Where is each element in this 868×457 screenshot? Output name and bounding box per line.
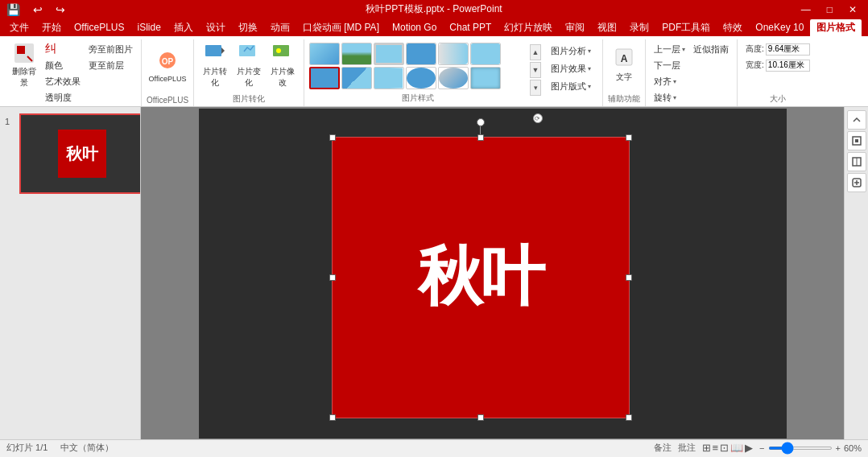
menu-insert[interactable]: 插入 (167, 19, 200, 36)
menu-animation[interactable]: 动画 (264, 19, 296, 36)
slide-thumb-text: 秋叶 (66, 143, 98, 165)
img-convert-btn2[interactable]: 片片变化 (233, 41, 265, 89)
menu-chat-ppt[interactable]: Chat PPT (443, 20, 498, 35)
zoom-slider[interactable] (768, 447, 833, 450)
slide-sorter-btn[interactable]: ⊡ (720, 442, 729, 454)
menu-officeplus[interactable]: OfficePLUS (68, 20, 130, 35)
menu-onekey[interactable]: OneKey 10 (749, 20, 810, 35)
align-btn[interactable]: 对齐 ▾ (651, 73, 688, 89)
app-title: 秋叶PPT模板.pptx - PowerPoint (366, 2, 502, 16)
bring-forward-btn[interactable]: 上一层 ▾ (651, 41, 688, 57)
color-btn[interactable]: 颜色 (42, 57, 84, 73)
officeplus-icon: OP (155, 47, 180, 73)
img-style-1[interactable] (309, 43, 340, 65)
outline-view-btn[interactable]: ≡ (713, 442, 719, 454)
menu-picture-format[interactable]: 图片格式 (810, 19, 862, 36)
zoom-in-btn[interactable]: + (836, 443, 841, 453)
handle-br[interactable] (626, 414, 632, 421)
slide-thumbnail[interactable]: 秋叶 (19, 113, 141, 194)
status-bar: 幻灯片 1/1 中文（简体） 备注 批注 ⊞ ≡ ⊡ 📖 ▶ − + 60% (0, 439, 868, 455)
img-style-9[interactable] (374, 67, 404, 89)
present-btn[interactable]: ▶ (745, 442, 753, 454)
img-convert-btn1[interactable]: 片片转化 (199, 41, 231, 89)
normal-view-btn[interactable]: ⊞ (702, 442, 711, 454)
img-style-6[interactable] (470, 43, 501, 65)
handle-mr[interactable] (626, 274, 632, 281)
menu-design[interactable]: 设计 (200, 19, 232, 36)
officeplus-btn[interactable]: OP OfficePLUS (151, 41, 184, 89)
notes-btn[interactable]: 备注 (654, 442, 672, 454)
handle-bl[interactable] (329, 414, 336, 421)
zoom-out-btn[interactable]: − (759, 443, 764, 453)
maximize-btn[interactable]: □ (822, 4, 837, 15)
view-buttons: ⊞ ≡ ⊡ 📖 ▶ (702, 442, 754, 454)
scroll-down-btn[interactable]: ▼ (530, 62, 541, 78)
right-btn-2[interactable] (847, 131, 866, 150)
width-input[interactable] (766, 60, 810, 72)
convert-content: 片片转化 片片变化 片片像改 (199, 41, 299, 92)
img-effect-btn[interactable]: 图片效果 ▾ (548, 60, 594, 76)
selected-image[interactable]: 秋叶 (332, 137, 630, 418)
handle-tc[interactable] (477, 134, 484, 141)
right-btn-2-icon (851, 135, 862, 146)
assist-content: A 文字 (610, 41, 639, 92)
send-back-btn[interactable]: 更至前层 (85, 57, 136, 73)
save-icon[interactable]: 💾 (6, 3, 20, 16)
handle-tr[interactable] (626, 134, 632, 141)
menu-review[interactable]: 审阅 (559, 19, 591, 36)
handle-ml[interactable] (329, 274, 336, 281)
redo-icon[interactable]: ↪ (56, 3, 65, 16)
menu-slideshow[interactable]: 幻灯片放映 (498, 19, 559, 36)
canvas-area[interactable]: ⟳ 秋叶 (141, 107, 844, 439)
assist-text-btn[interactable]: A 文字 (610, 41, 639, 89)
img-style-10[interactable] (406, 67, 436, 89)
right-btn-3[interactable] (847, 152, 866, 171)
bring-to-front-btn[interactable]: 旁至前图片 (85, 41, 136, 57)
reading-view-btn[interactable]: 📖 (730, 442, 743, 454)
title-bar: 💾 ↩ ↪ 秋叶PPT模板.pptx - PowerPoint — □ ✕ (0, 0, 868, 19)
scroll-up-btn[interactable]: ▲ (530, 44, 541, 60)
img-analysis-btn[interactable]: 图片分析 ▾ (548, 43, 594, 59)
close-btn[interactable]: ✕ (844, 4, 862, 15)
img-convert-icon3 (270, 42, 296, 64)
img-style-4[interactable] (406, 43, 436, 65)
rotate-btn[interactable]: 旋转 ▾ (651, 89, 688, 105)
right-btn-1[interactable] (847, 110, 866, 130)
menu-view[interactable]: 视图 (591, 19, 623, 36)
right-btn-4[interactable] (847, 173, 866, 192)
menu-motion-go[interactable]: Motion Go (386, 20, 443, 35)
img-style-5[interactable] (438, 43, 469, 65)
menu-record[interactable]: 录制 (623, 19, 655, 36)
img-style-2[interactable] (341, 43, 372, 65)
transparency-btn[interactable]: 透明度 (42, 89, 84, 105)
img-convert-btn3[interactable]: 片片像改 (267, 41, 299, 89)
handle-bc[interactable] (477, 414, 484, 421)
rotate-handle[interactable] (477, 118, 485, 126)
img-style-8[interactable] (341, 67, 372, 89)
send-backward-btn[interactable]: 下一层 (651, 57, 688, 73)
img-style-11[interactable] (438, 67, 469, 89)
minimize-btn[interactable]: — (796, 4, 816, 15)
remove-background-btn[interactable]: 删除背景 (8, 41, 40, 89)
menu-pocket-animation[interactable]: 口袋动画 [MD PA] (296, 19, 386, 36)
near-guide-btn[interactable]: 近似指南 (690, 41, 732, 57)
img-style-3[interactable] (374, 43, 404, 65)
menu-effects[interactable]: 特效 (717, 19, 749, 36)
comments-btn[interactable]: 批注 (678, 442, 696, 454)
art-effect-btn[interactable]: 艺术效果 (42, 73, 84, 89)
menu-islide[interactable]: iSlide (130, 20, 167, 35)
menu-transition[interactable]: 切换 (232, 19, 264, 36)
undo-icon[interactable]: ↩ (33, 3, 43, 16)
scroll-expand-btn[interactable]: ▾ (530, 80, 541, 96)
img-style-7[interactable] (309, 67, 340, 89)
height-input[interactable] (766, 43, 810, 56)
size-content: 高度: 宽度: (742, 41, 813, 92)
img-layout-btn[interactable]: 图片版式 ▾ (548, 78, 594, 94)
menu-pdf[interactable]: PDF工具箱 (655, 19, 717, 36)
handle-tl[interactable] (329, 134, 336, 141)
img-style-12[interactable] (470, 67, 501, 89)
width-input-row: 宽度: (742, 57, 813, 73)
menu-home[interactable]: 开始 (35, 19, 68, 36)
menu-file[interactable]: 文件 (3, 19, 35, 36)
adjust-btn1[interactable]: 纠 (42, 41, 84, 57)
